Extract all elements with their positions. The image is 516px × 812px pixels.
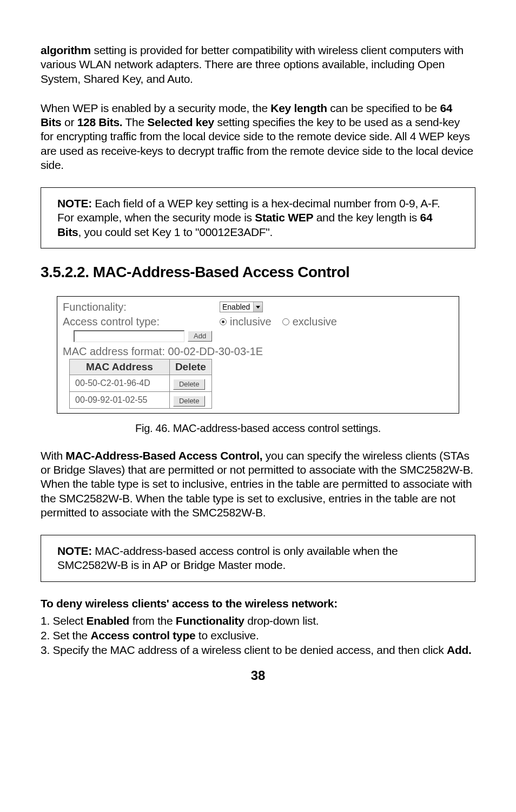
mac-column-header: MAC Address [70,359,170,375]
functionality-label: Functionality: [63,301,220,313]
delete-cell: Delete [169,375,211,391]
access-type-row: Access control type: inclusive exclusive [63,316,453,328]
steps-list: 1. Select Enabled from the Functionality… [41,613,475,658]
mac-format-text: MAC address format: 00-02-DD-30-03-1E [63,345,453,358]
delete-button[interactable]: Delete [173,396,206,407]
add-button[interactable]: Add [188,331,212,342]
radio-exclusive[interactable] [282,318,289,325]
delete-button[interactable]: Delete [173,379,206,390]
bold-access-control-type: Access control type [90,629,195,641]
paragraph-2: When WEP is enabled by a security mode, … [41,101,475,172]
bold-algorithm: algorithm [41,44,91,56]
figure-caption: Fig. 46. MAC-address-based access contro… [41,422,475,435]
bold-mac-access-control: MAC-Address-Based Access Control, [65,449,262,462]
note-box-1: NOTE: Each field of a WEP key setting is… [41,187,475,248]
delete-cell: Delete [169,391,211,408]
radio-inclusive[interactable] [220,318,227,325]
note-label: NOTE: [57,197,92,209]
mac-address-cell: 00-09-92-01-02-55 [70,391,170,408]
bold-enabled: Enabled [87,614,130,627]
table-row: 00-50-C2-01-96-4D Delete [70,375,212,391]
paragraph-3: With MAC-Address-Based Access Control, y… [41,449,475,520]
dropdown-icon [253,302,262,312]
bold-selected-key: Selected key [147,116,214,128]
mac-input-row: Add [63,330,453,342]
steps-heading: To deny wireless clients' access to the … [41,597,475,610]
functionality-select[interactable]: Enabled [220,302,263,312]
note-label: NOTE: [57,545,92,557]
mac-address-table: MAC Address Delete 00-50-C2-01-96-4D Del… [69,359,212,409]
mac-address-input[interactable] [74,330,184,342]
bold-add: Add. [447,644,471,656]
functionality-row: Functionality: Enabled [63,301,453,313]
note-1-text: NOTE: Each field of a WEP key setting is… [57,197,459,239]
radio-inclusive-label: inclusive [230,316,272,328]
bold-128-bits: 128 Bits. [77,116,123,128]
radio-exclusive-label: exclusive [293,316,337,328]
mac-address-cell: 00-50-C2-01-96-4D [70,375,170,391]
delete-column-header: Delete [169,359,211,375]
section-heading: 3.5.2.2. MAC-Address-Based Access Contro… [41,264,475,281]
svg-marker-0 [256,306,260,309]
bold-functionality: Functionality [176,614,244,627]
settings-screenshot: Functionality: Enabled Access control ty… [57,296,459,414]
bold-key-length: Key length [270,102,327,114]
step-2: 2. Set the Access control type to exclus… [41,628,475,643]
step-1: 1. Select Enabled from the Functionality… [41,613,475,628]
page-number: 38 [41,668,475,683]
note-2-text: NOTE: MAC-address-based access control i… [57,544,459,573]
table-row: 00-09-92-01-02-55 Delete [70,391,212,408]
note-box-2: NOTE: MAC-address-based access control i… [41,535,475,582]
paragraph-1: algorithm setting is provided for better… [41,43,475,86]
access-type-label: Access control type: [63,316,220,328]
bold-static-wep: Static WEP [255,211,313,224]
functionality-select-value: Enabled [220,302,253,312]
table-header-row: MAC Address Delete [70,359,212,375]
access-type-radio-group: inclusive exclusive [220,316,346,328]
step-3: 3. Specify the MAC address of a wireless… [41,643,475,657]
